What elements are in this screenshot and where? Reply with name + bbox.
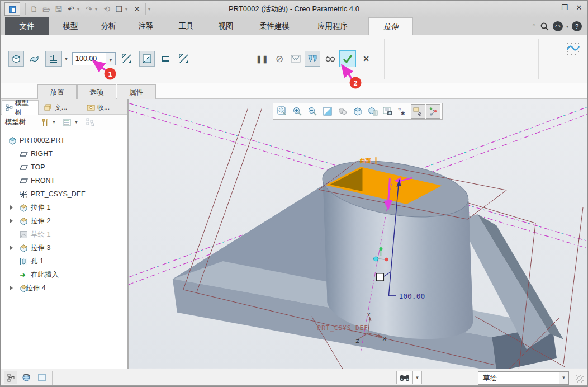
tab-extrude-active[interactable]: 拉伸 bbox=[368, 17, 413, 35]
depth-option-dropdown[interactable]: ▼ bbox=[62, 51, 70, 67]
tab-folder-browser[interactable]: 文... bbox=[41, 100, 80, 115]
status-bar: ▼ 草绘 ▼ bbox=[1, 369, 587, 386]
tab-favorites[interactable]: 收... bbox=[83, 100, 122, 115]
tree-filters-dropdown[interactable]: ▼ bbox=[74, 120, 78, 125]
close-button[interactable]: ✕ bbox=[572, 1, 586, 15]
window-title: PRT0002 (活动的) - Creo Parametric 4.0 bbox=[1, 4, 587, 14]
saved-orientations-button[interactable] bbox=[350, 104, 365, 119]
surface-type-button[interactable] bbox=[26, 51, 42, 67]
tab-file[interactable]: 文件 bbox=[5, 17, 49, 35]
expander-icon[interactable] bbox=[10, 219, 13, 223]
capture-button[interactable] bbox=[381, 104, 395, 119]
web-browser-button[interactable] bbox=[20, 371, 33, 384]
search-icon[interactable] bbox=[540, 22, 549, 31]
minimize-button[interactable]: – bbox=[543, 1, 557, 15]
tree-row-extrude-3[interactable]: 拉伸 3 bbox=[1, 241, 127, 254]
tab-options[interactable]: 选项 bbox=[77, 84, 116, 99]
view-manager-button[interactable] bbox=[366, 104, 380, 119]
tab-model-tree[interactable]: 模型树 bbox=[2, 100, 39, 115]
tree-label: 在此插入 bbox=[31, 270, 59, 280]
tree-row-extrude-2[interactable]: 拉伸 2 bbox=[1, 214, 127, 228]
expander-icon[interactable] bbox=[10, 286, 13, 290]
globe-icon bbox=[21, 372, 31, 383]
tab-annotate[interactable]: 注释 bbox=[128, 17, 164, 35]
tree-row-extrude-4-in-creation[interactable]: ※ 拉伸 4 bbox=[1, 281, 127, 295]
window-resize-grip[interactable] bbox=[576, 375, 584, 383]
separator bbox=[250, 39, 250, 79]
tree-tools-button[interactable] bbox=[41, 118, 50, 127]
spin-center-button[interactable] bbox=[426, 104, 440, 119]
list-settings-icon bbox=[63, 118, 72, 127]
tab-applications[interactable]: 应用程序 bbox=[304, 17, 362, 35]
zoom-in-button[interactable] bbox=[290, 104, 305, 119]
tab-flexible-modeling[interactable]: 柔性建模 bbox=[249, 17, 300, 35]
solid-type-button[interactable] bbox=[8, 51, 24, 67]
tab-properties[interactable]: 属性 bbox=[117, 84, 156, 99]
navigator-tabs: 模型树 文... 收... bbox=[1, 99, 127, 115]
graphics-area[interactable]: */✱ bbox=[129, 99, 587, 369]
maximize-button[interactable]: ❐ bbox=[557, 1, 572, 15]
tree-tools-dropdown[interactable]: ▼ bbox=[52, 120, 56, 125]
tree-row-sketch-suppressed[interactable]: 草绘 1 bbox=[1, 228, 127, 241]
repaint-button[interactable] bbox=[320, 104, 335, 119]
zoom-out-button[interactable] bbox=[305, 104, 320, 119]
tree-row-part[interactable]: PRT0002.PRT bbox=[1, 134, 127, 147]
tab-placement[interactable]: 放置 bbox=[37, 84, 77, 99]
dragger-red-dot[interactable] bbox=[385, 258, 388, 261]
tree-label: 孔 1 bbox=[31, 257, 44, 266]
model-3d-scene[interactable]: 100.00 bbox=[129, 99, 587, 369]
thicken-sketch-button[interactable] bbox=[158, 51, 174, 67]
depth-option-button[interactable] bbox=[45, 51, 62, 67]
expander-icon[interactable] bbox=[10, 246, 13, 250]
blind-depth-icon bbox=[48, 53, 59, 64]
search-model-dropdown[interactable]: ▼ bbox=[413, 371, 422, 384]
refit-button[interactable] bbox=[275, 104, 290, 119]
tab-analysis[interactable]: 分析 bbox=[91, 17, 126, 35]
search-model-button[interactable] bbox=[396, 371, 413, 384]
expander-icon[interactable] bbox=[10, 205, 13, 210]
tree-row-hole[interactable]: 孔 1 bbox=[1, 254, 127, 268]
flip-depth-direction-button[interactable] bbox=[119, 51, 135, 67]
shaded-preview-button[interactable] bbox=[305, 51, 320, 67]
flip-arrows-icon bbox=[178, 53, 190, 65]
ok-button[interactable] bbox=[339, 50, 356, 67]
depth-value-input[interactable] bbox=[72, 52, 107, 65]
community-dropdown[interactable]: ▾ bbox=[566, 24, 568, 29]
selection-filter-dropdown[interactable]: ▼ bbox=[559, 371, 569, 385]
tree-filters-button[interactable] bbox=[63, 118, 72, 127]
community-icon[interactable]: ◠ bbox=[553, 21, 563, 31]
help-icon[interactable]: ? bbox=[572, 21, 582, 31]
verify-button[interactable] bbox=[323, 51, 338, 67]
cancel-button[interactable]: ✕ bbox=[359, 51, 373, 67]
dimension-value-label[interactable]: 100.00 bbox=[399, 292, 425, 300]
tree-row-datum-plane[interactable]: RIGHT bbox=[1, 147, 127, 161]
full-screen-button[interactable] bbox=[35, 371, 49, 384]
tab-tools[interactable]: 工具 bbox=[167, 17, 205, 35]
tree-row-csys[interactable]: yx PRT_CSYS_DEF bbox=[1, 187, 127, 201]
csys-name-label[interactable]: PRT_CSYS_DEF bbox=[317, 324, 368, 332]
wireframe-preview-button[interactable] bbox=[288, 51, 304, 67]
tree-row-datum-plane[interactable]: TOP bbox=[1, 161, 127, 174]
separator bbox=[538, 39, 539, 79]
datum-group-button[interactable] bbox=[564, 40, 582, 58]
dragger-cyan-dot[interactable] bbox=[373, 257, 378, 261]
tab-favorites-label: 收... bbox=[97, 103, 110, 112]
display-style-button[interactable] bbox=[335, 104, 350, 119]
annotation-display-button[interactable] bbox=[411, 104, 425, 119]
tree-row-extrude-1[interactable]: 拉伸 1 bbox=[1, 201, 127, 214]
remove-material-button[interactable] bbox=[139, 51, 155, 67]
tab-view[interactable]: 视图 bbox=[207, 17, 244, 35]
toggle-model-tree-button[interactable] bbox=[4, 371, 17, 384]
tree-row-datum-plane[interactable]: FRONT bbox=[1, 174, 127, 187]
flip-material-side-button[interactable] bbox=[176, 51, 192, 67]
collapse-ribbon-icon[interactable]: ⌃ bbox=[532, 23, 537, 30]
pause-button[interactable]: ❚❚ bbox=[255, 51, 269, 67]
extrude-icon bbox=[20, 244, 28, 252]
tree-row-insert-here[interactable]: ➜ 在此插入 bbox=[1, 268, 127, 281]
dragger-green-dot[interactable] bbox=[379, 247, 382, 251]
datum-display-filters-button[interactable]: */✱ bbox=[396, 104, 410, 119]
depth-value-dropdown[interactable]: ▼ bbox=[106, 52, 116, 65]
no-preview-button[interactable]: ⊘ bbox=[272, 51, 287, 67]
selection-filter-combo[interactable]: 草绘 bbox=[478, 371, 559, 385]
tab-model[interactable]: 模型 bbox=[51, 17, 90, 35]
